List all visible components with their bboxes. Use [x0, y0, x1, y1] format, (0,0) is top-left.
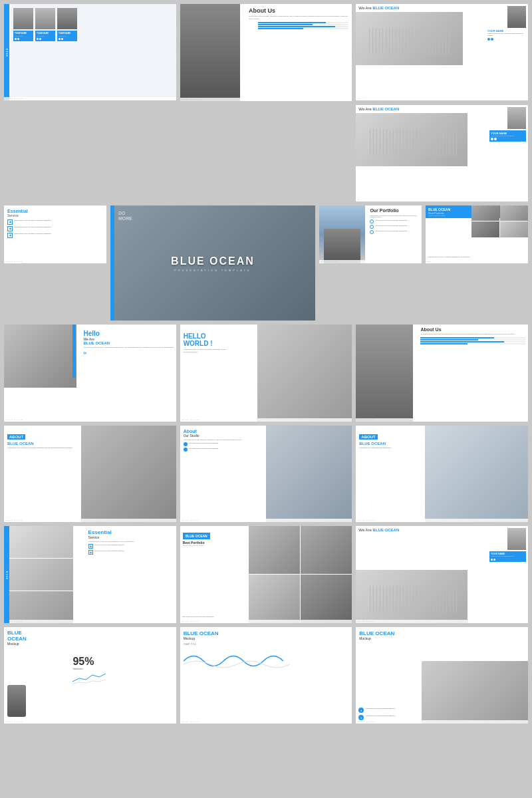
slide-brand: BLUE OCEAN	[6, 261, 23, 263]
slide-hero-main: DO MORE BLUE OCEAN PRESENTATION TEMPLATE	[110, 205, 315, 321]
about-us-body: Lorem ipsum dolor sit amet, consectetur …	[249, 15, 348, 20]
slide-we-are-1: We Are BLUE OCEAN YOUR NAME Lorem ipsum …	[356, 4, 528, 100]
essential-item-2: ◆ Lorem ipsum dolor sit amet consectetur…	[7, 226, 103, 231]
phone-img	[7, 685, 26, 717]
title-we-are-3: We Are BLUE OCEAN	[358, 528, 399, 532]
slide-about-us-sm: About Us Lorem ipsum dolor sit amet cons…	[356, 325, 528, 421]
team-card-2: TEAM NAME YOUR ROLE	[35, 31, 55, 41]
bp2-brand: BLUE OCEAN	[186, 534, 207, 538]
slide-num-essential: 2	[104, 207, 105, 209]
brand-subtitle: PRESENTATION TEMPLATE	[171, 268, 255, 271]
portfolio-building-img	[319, 205, 365, 263]
studio-bg-img	[266, 426, 352, 523]
laptop-img	[422, 661, 528, 724]
slide-about-studio: About Our Studio Lorem ipsum dolor sit a…	[180, 426, 352, 523]
essential-year-badge: 2019	[4, 526, 9, 622]
about-brand: BLUE OCEAN	[7, 442, 78, 446]
about-studio-sub: Our Studio	[184, 434, 268, 438]
essential-subtitle: Service	[7, 213, 103, 217]
hello-text: Hello	[83, 330, 174, 337]
slide-about-blue: ABOUT BLUE OCEAN Lorem ipsum dolor sit a…	[4, 426, 176, 522]
slide-best-portfolio-2: BLUE OCEAN Best Portfolio WRITE SOMETHIN…	[180, 526, 352, 623]
bar-chart	[249, 22, 348, 29]
slide-essential-lg: 2019 Essential Service Lorem ipsum dolor…	[4, 526, 176, 622]
team-photo-2	[35, 8, 55, 29]
title-we-are: We Are BLUE OCEAN	[358, 6, 399, 10]
person-image	[180, 4, 241, 101]
slide-team: 2019 TEAM NAME YOUR ROLE TEAM NAME YOUR …	[4, 4, 176, 100]
slide-brand: BLU...	[358, 98, 366, 100]
portfolio-item-1: Lorem ipsum dolor sit amet consectetur a…	[370, 219, 419, 223]
about-workspace-body: Lorem ipsum dolor sit amet consectetur a…	[359, 447, 426, 449]
bp-photo-4	[500, 221, 528, 237]
slide-mockup-phone: BLUE OCEAN Mockup 95% Satisfaction BLUE …	[4, 627, 176, 724]
ess-subtitle: Service	[88, 535, 173, 539]
slide-brand: BLUE OCEAN	[6, 721, 23, 723]
hero-title: BLUE OCEAN PRESENTATION TEMPLATE	[171, 255, 255, 271]
team-card-3: TEAM NAME YOUR ROLE	[57, 31, 77, 41]
slide-about-workspace: ABOUT BLUE OCEAN Lorem ipsum dolor sit a…	[356, 426, 528, 522]
person-desc: Lorem ipsum dolor sit amet consectetur a…	[487, 33, 526, 37]
person-desc-2: Lorem ipsum dolor sit amet consectetur.	[491, 135, 525, 137]
slide-hello-world: HELLO WORLD ! Lorem ipsum dolor sit amet…	[180, 325, 352, 422]
chart-brand: BLUE OCEAN	[184, 630, 349, 636]
essential-img-grid	[9, 526, 73, 622]
ess-item-2: ◆ Lorem ipsum dolor sit amet consectetur…	[88, 550, 173, 555]
slide-essential-service: 2 Essential Service ◆ Lorem ipsum dolor …	[4, 205, 106, 263]
portfolio-item-2: Lorem ipsum dolor sit amet consectetur a…	[370, 225, 419, 229]
studio-item-1: Lorem ipsum dolor sit amet consectetur a…	[184, 442, 268, 446]
hello-body: Lorem ipsum dolor sit amet, consectetur …	[83, 346, 174, 349]
quote-mark: “	[83, 350, 174, 360]
slide-mockup-laptop: BLUE OCEAN Mockup ♦ Lorem ipsum dolor si…	[356, 627, 528, 724]
about-us-sm-title: About Us	[420, 327, 525, 332]
slide-brand: BLUE OCEAN	[182, 721, 200, 723]
slide-we-are-2: We Are BLUE OCEAN YOUR NAME Lorem ipsum …	[356, 105, 528, 201]
mockup-brand: BLUE OCEAN	[7, 630, 90, 642]
hands-img	[81, 426, 176, 522]
slide-brand: BLUE OCEAN	[6, 419, 23, 421]
title-we-are-2: We Are BLUE OCEAN	[358, 107, 399, 111]
chart-title-label: CHART TITLE	[184, 643, 349, 646]
about-workspace-label: ABOUT	[359, 434, 377, 440]
essential-title: Essential	[7, 209, 103, 213]
bp-photo-3	[471, 221, 499, 237]
info-box-3: YOUR NAME Lorem ipsum dolor sit amet con…	[489, 551, 526, 562]
slide-brand: BLUE OCEAN	[358, 721, 375, 723]
slide-brand: BLUE OCEAN	[182, 98, 200, 100]
slide-brand: BLU...	[428, 261, 432, 263]
hw-bg-img	[257, 325, 352, 422]
hw-body: Lorem ipsum dolor sit amet consectetur a…	[184, 348, 227, 353]
team-card-1: TEAM NAME YOUR ROLE	[13, 31, 33, 41]
keyboard-img-3	[356, 570, 467, 623]
ess-title: Essential	[88, 529, 173, 535]
hello-left-img	[4, 325, 76, 388]
brand-title: BLUE OCEAN	[171, 255, 255, 267]
person-img-sm	[356, 325, 412, 421]
slide-brand: BLUE OCEAN	[358, 419, 375, 421]
slide-brand: BLUE OCEAN	[321, 261, 338, 263]
year-badge: 2019	[5, 48, 9, 57]
bp-photo-1	[471, 205, 499, 221]
studio-item-2: Lorem ipsum dolor sit amet consectetur a…	[184, 448, 268, 452]
bp2-blue-box: BLUE OCEAN	[183, 533, 210, 539]
bp2-body: Lorem ipsum dolor sit amet consectetur a…	[182, 616, 247, 618]
person-img-3	[507, 528, 526, 550]
essential-item-1: ◆ Lorem ipsum dolor sit amet consectetur…	[7, 219, 103, 225]
ess-item-1: ◆ Lorem ipsum dolor sit amet consectetur…	[88, 544, 173, 549]
left-blue-bar	[110, 205, 114, 321]
about-label: ABOUT	[7, 434, 25, 440]
about-workspace-brand: BLUE OCEAN	[359, 442, 426, 446]
bp-body: Lorem ipsum dolor sit amet, consectetur …	[428, 256, 471, 258]
icon-item-1: ♦ Lorem ipsum dolor sit amet consectetur…	[358, 708, 420, 713]
person-image-sm	[507, 6, 526, 28]
essential-item-3: ◆ Lorem ipsum dolor sit amet consectetur…	[7, 233, 103, 238]
mockup-sub: Mockup	[7, 642, 90, 646]
slide-best-portfolio: BLUE OCEAN Best Portfolio WRITE SOMETHIN…	[426, 205, 528, 263]
percent-value: 95%	[72, 656, 174, 668]
keyboard-image	[356, 12, 462, 65]
slide-about-us: About Us Lorem ipsum dolor sit amet, con…	[180, 4, 352, 101]
bp2-photos	[249, 526, 352, 623]
portfolio-title: Our Portfolio	[370, 208, 419, 213]
portfolio-item-3: Lorem ipsum dolor sit amet consectetur a…	[370, 230, 419, 234]
workspace-img	[425, 426, 528, 522]
